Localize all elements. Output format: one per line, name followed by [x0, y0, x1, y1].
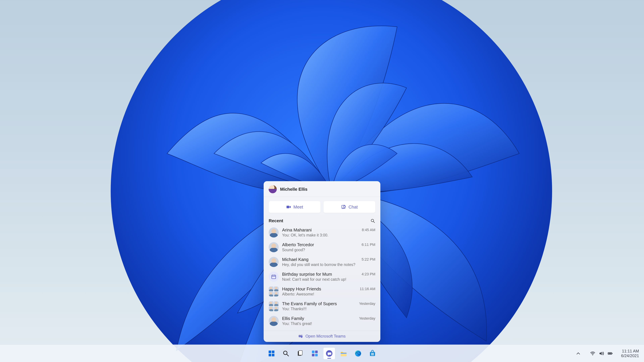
conversation-title: Michael Kang	[282, 257, 358, 262]
svg-rect-13	[272, 351, 274, 353]
conversation-main: The Evans Family of SupersYou: Thanks!!!	[282, 301, 356, 311]
chat-button[interactable]: Chat	[324, 201, 375, 213]
current-user-name: Michelle Ellis	[280, 187, 308, 192]
conversation-title: Arina Maharani	[282, 227, 358, 233]
conversation-title: Happy Hour Friends	[282, 286, 356, 292]
group-avatar	[269, 301, 279, 311]
wifi-icon	[590, 351, 596, 356]
open-teams-label: Open Microsoft Teams	[306, 334, 346, 339]
taskbar: 11:11 AM 6/24/2021	[0, 345, 644, 362]
svg-point-11	[301, 335, 302, 336]
chat-icon	[325, 350, 333, 357]
svg-rect-26	[341, 353, 347, 354]
compose-icon	[341, 204, 346, 210]
svg-rect-31	[371, 354, 372, 355]
svg-rect-5	[272, 275, 276, 279]
svg-rect-35	[608, 353, 611, 354]
svg-rect-20	[312, 351, 314, 353]
svg-rect-19	[299, 351, 302, 355]
conversation-item[interactable]: The Evans Family of SupersYou: Thanks!!!…	[265, 299, 379, 314]
user-avatar	[269, 185, 277, 193]
video-icon	[286, 204, 291, 210]
windows-logo-icon	[268, 350, 276, 357]
conversation-preview: You: Thanks!!!	[282, 307, 356, 311]
task-view-button[interactable]	[294, 348, 306, 359]
svg-rect-1	[286, 206, 289, 208]
svg-rect-32	[373, 354, 374, 355]
svg-text:T: T	[299, 335, 300, 337]
widgets-icon	[311, 350, 319, 357]
edge-button[interactable]	[352, 348, 364, 359]
conversation-time: 4:23 PM	[362, 272, 375, 276]
open-teams-link[interactable]: T Open Microsoft Teams	[264, 331, 380, 342]
conversation-item[interactable]: Birthday surprise for MumNoel: Can't wai…	[265, 269, 379, 284]
conversation-time: Yesterday	[359, 302, 375, 306]
conversation-preview: Sound good?	[282, 248, 358, 252]
meet-button[interactable]: Meet	[269, 201, 320, 213]
person-avatar	[269, 316, 279, 326]
conversation-item[interactable]: Alberto TercedorSound good?6:11 PM	[265, 240, 379, 255]
group-avatar	[269, 286, 279, 297]
svg-point-33	[592, 355, 593, 355]
meet-button-label: Meet	[294, 204, 303, 210]
chat-button-label: Chat	[348, 204, 358, 210]
taskbar-time: 11:11 AM	[621, 349, 639, 354]
microsoft-store-button[interactable]	[366, 348, 378, 359]
quick-settings-button[interactable]	[588, 349, 615, 358]
conversation-item[interactable]: Michael KangHey, did you still want to b…	[265, 255, 379, 269]
conversation-item[interactable]: Happy Hour FriendsAlberto: Awesome!11:16…	[265, 284, 379, 299]
search-icon[interactable]	[370, 218, 375, 223]
teams-icon: T	[298, 334, 303, 339]
battery-icon	[607, 351, 613, 356]
conversation-title: Alberto Tercedor	[282, 242, 358, 247]
taskbar-date: 6/24/2021	[621, 354, 639, 358]
task-view-icon	[296, 350, 304, 357]
svg-point-3	[371, 219, 374, 222]
recent-header: Recent	[264, 215, 380, 224]
widgets-button[interactable]	[309, 348, 321, 359]
svg-rect-30	[373, 353, 374, 354]
teams-chat-flyout: Michelle Ellis Meet Chat Recent Arina Ma…	[264, 181, 380, 342]
start-button[interactable]	[266, 348, 278, 359]
svg-rect-29	[371, 353, 372, 354]
volume-icon	[598, 351, 604, 356]
conversation-title: The Evans Family of Supers	[282, 301, 356, 306]
taskbar-clock[interactable]: 11:11 AM 6/24/2021	[621, 349, 639, 358]
person-avatar	[269, 257, 279, 267]
conversation-item[interactable]: Arina MaharaniYou: OK, let's make it 3:0…	[265, 225, 379, 240]
conversation-main: Birthday surprise for MumNoel: Can't wai…	[282, 272, 358, 282]
file-explorer-button[interactable]	[338, 348, 350, 359]
svg-rect-23	[315, 354, 318, 356]
conversation-main: Alberto TercedorSound good?	[282, 242, 358, 252]
conversation-item[interactable]: Ellis FamilyYou: That's great!Yesterday	[265, 314, 379, 328]
conversation-time: 5:22 PM	[362, 257, 375, 262]
taskbar-center	[266, 348, 378, 359]
conversation-main: Arina MaharaniYou: OK, let's make it 3:0…	[282, 227, 358, 238]
conversation-preview: Hey, did you still want to borrow the no…	[282, 263, 358, 267]
svg-rect-28	[370, 352, 375, 356]
conversation-preview: You: OK, let's make it 3:00.	[282, 233, 358, 238]
file-explorer-icon	[340, 350, 348, 357]
conversation-title: Ellis Family	[282, 316, 356, 321]
calendar-icon	[271, 274, 276, 279]
svg-rect-15	[272, 354, 274, 356]
svg-rect-14	[269, 354, 271, 356]
edge-icon	[354, 350, 362, 357]
tray-overflow-button[interactable]	[573, 349, 584, 358]
system-tray: 11:11 AM 6/24/2021	[573, 345, 639, 362]
conversation-time: 11:16 AM	[360, 287, 375, 291]
svg-rect-36	[612, 353, 613, 354]
teams-chat-button[interactable]	[323, 348, 335, 359]
conversation-time: 6:11 PM	[362, 243, 375, 247]
conversation-preview: Alberto: Awesome!	[282, 292, 356, 297]
conversation-main: Happy Hour FriendsAlberto: Awesome!	[282, 286, 356, 297]
flyout-header[interactable]: Michelle Ellis	[264, 181, 380, 197]
conversation-main: Michael KangHey, did you still want to b…	[282, 257, 358, 267]
svg-line-4	[374, 221, 375, 223]
recent-title: Recent	[269, 218, 283, 223]
conversation-preview: Noel: Can't wait for our next catch up!	[282, 277, 358, 282]
flyout-actions: Meet Chat	[264, 197, 380, 215]
chevron-up-icon	[576, 351, 581, 356]
search-button[interactable]	[280, 348, 292, 359]
conversation-time: 8:45 AM	[362, 228, 375, 232]
